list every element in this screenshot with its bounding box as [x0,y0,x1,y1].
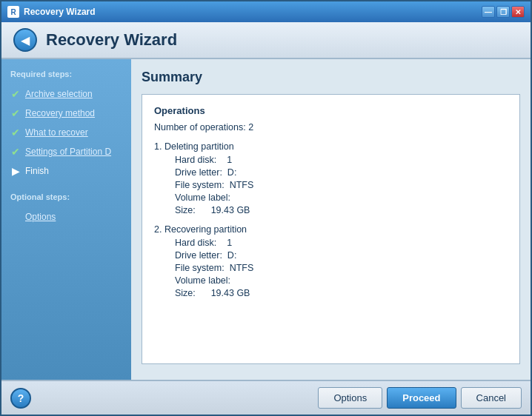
operation-2-title: 2. Recovering partition [154,224,508,235]
arrow-icon: ▶ [9,164,22,178]
operation-1-title: 1. Deleting partition [154,141,508,152]
num-operations: Number of operations: 2 [154,122,508,132]
check-icon: ✔ [9,145,22,158]
op1-volumelabel: Volume label: [175,192,508,203]
cancel-button[interactable]: Cancel [461,387,522,409]
sidebar-item-settings-partition-d[interactable]: ✔ Settings of Partition D [1,142,131,161]
sidebar-item-label: Recovery method [25,108,95,118]
sidebar-item-label: What to recover [25,127,88,138]
footer-buttons: Options Proceed Cancel [318,387,522,409]
minimize-button[interactable]: — [482,6,495,18]
options-button[interactable]: Options [318,387,382,409]
op2-size: Size: 19.43 GB [175,288,508,298]
main-content: Summary Operations Number of operations:… [131,59,531,380]
recovery-wizard-window: R Recovery Wizard — ❐ ✕ ◀ Recovery Wizar… [0,0,532,416]
sidebar-item-label: Archive selection [25,89,93,99]
required-steps-label: Required steps: [1,67,131,84]
window-icon: R [7,6,19,18]
operations-label: Operations [154,105,508,116]
sidebar: Required steps: ✔ Archive selection ✔ Re… [1,59,131,380]
close-button[interactable]: ✕ [511,6,525,18]
window-title: Recovery Wizard [24,7,482,17]
summary-box: Operations Number of operations: 2 1. De… [142,94,520,364]
op1-harddisk: Hard disk: 1 [175,155,508,165]
window-controls: — ❐ ✕ [482,6,525,18]
sidebar-item-options[interactable]: ✔ Options [1,207,131,227]
sidebar-item-label: Settings of Partition D [25,147,111,157]
restore-button[interactable]: ❐ [496,6,510,18]
check-icon: ✔ [9,126,22,139]
op2-harddisk: Hard disk: 1 [175,238,508,248]
check-icon: ✔ [9,107,22,120]
sidebar-item-what-to-recover[interactable]: ✔ What to recover [1,123,131,142]
sidebar-item-recovery-method[interactable]: ✔ Recovery method [1,104,131,123]
op1-filesystem: File system: NTFS [175,180,508,190]
op1-size: Size: 19.43 GB [175,205,508,215]
sidebar-item-label: Options [25,212,56,222]
content-area: Required steps: ✔ Archive selection ✔ Re… [1,59,531,380]
sidebar-item-finish[interactable]: ▶ Finish [1,161,131,181]
op1-driveletter: Drive letter: D: [175,167,508,178]
header: ◀ Recovery Wizard [1,22,531,59]
footer-left: ? [10,388,31,409]
proceed-button[interactable]: Proceed [387,387,456,409]
footer: ? Options Proceed Cancel [1,380,531,415]
op2-filesystem: File system: NTFS [175,263,508,273]
check-icon: ✔ [9,87,22,101]
optional-steps-label: Optional steps: [1,181,131,207]
sidebar-item-label: Finish [25,166,49,176]
op2-driveletter: Drive letter: D: [175,250,508,261]
back-button[interactable]: ◀ [13,28,37,52]
main-title: Summary [142,70,520,85]
sidebar-item-archive-selection[interactable]: ✔ Archive selection [1,84,131,104]
header-title: Recovery Wizard [46,30,177,50]
op2-volumelabel: Volume label: [175,275,508,286]
title-bar: R Recovery Wizard — ❐ ✕ [1,1,531,22]
help-button[interactable]: ? [10,388,31,409]
